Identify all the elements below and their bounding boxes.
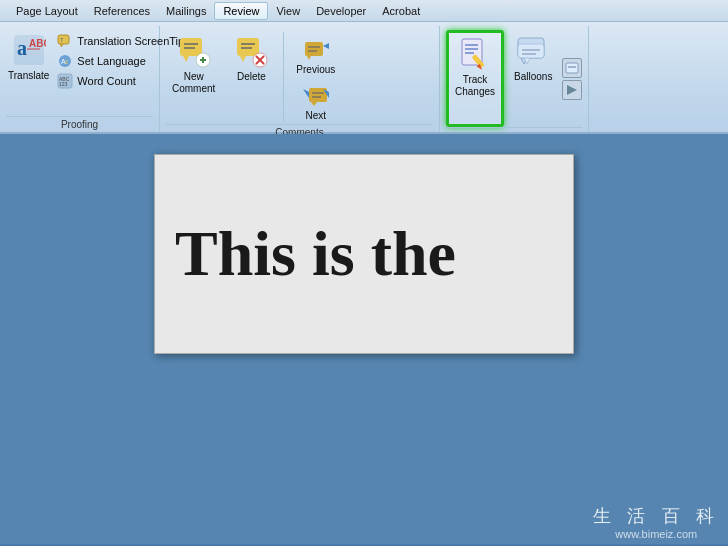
- svg-text:ABC: ABC: [29, 38, 46, 49]
- ribbon: a ABC Translate T: [0, 22, 728, 134]
- new-comment-icon: [176, 33, 212, 69]
- translation-screentip-icon: T: [57, 33, 73, 49]
- svg-text:a: a: [17, 37, 27, 59]
- document-area: This is the 生 活 百 科 www.bimeiz.com: [0, 134, 728, 544]
- svg-rect-46: [518, 44, 544, 58]
- balloons-label: Balloons: [514, 71, 552, 83]
- previous-icon: [303, 36, 329, 62]
- track-changes-icon: [457, 36, 493, 72]
- next-button[interactable]: Next: [292, 80, 339, 124]
- svg-marker-21: [240, 56, 246, 62]
- translate-label: Translate: [8, 70, 49, 81]
- menu-review[interactable]: Review: [214, 2, 268, 20]
- svg-marker-37: [303, 89, 309, 98]
- svg-marker-14: [183, 56, 189, 62]
- extra-icon-1[interactable]: [562, 58, 582, 78]
- menu-mailings[interactable]: Mailings: [158, 3, 214, 19]
- set-language-label: Set Language: [77, 55, 146, 67]
- svg-rect-50: [566, 63, 578, 73]
- tracking-group: TrackChanges Balloons: [440, 26, 589, 132]
- menu-page-layout[interactable]: Page Layout: [8, 3, 86, 19]
- svg-marker-31: [323, 43, 329, 49]
- svg-text:Z: Z: [65, 59, 68, 65]
- comments-divider: [283, 32, 284, 122]
- svg-rect-20: [237, 38, 259, 56]
- delete-comment-icon: [233, 33, 269, 69]
- new-comment-label: NewComment: [172, 71, 215, 95]
- comments-content: NewComment Delete: [166, 30, 433, 124]
- watermark: 生 活 百 科 www.bimeiz.com: [593, 504, 721, 540]
- balloons-icon: [515, 33, 551, 69]
- track-changes-label: TrackChanges: [455, 74, 495, 98]
- menu-view[interactable]: View: [268, 3, 308, 19]
- translate-button[interactable]: a ABC Translate: [6, 30, 51, 83]
- previous-button[interactable]: Previous: [292, 34, 339, 78]
- delete-comment-label: Delete: [237, 71, 266, 83]
- watermark-chinese: 生 活 百 科: [593, 504, 721, 528]
- proofing-group: a ABC Translate T: [0, 26, 160, 132]
- prev-next-group: Previous Next: [292, 30, 339, 124]
- translate-icon: a ABC: [11, 32, 47, 68]
- proofing-content: a ABC Translate T: [6, 30, 153, 116]
- document-text: This is the: [175, 217, 456, 291]
- balloons-button[interactable]: Balloons: [508, 30, 558, 127]
- track-changes-button[interactable]: TrackChanges: [446, 30, 504, 127]
- document-page: This is the: [154, 154, 574, 354]
- svg-rect-27: [305, 42, 323, 56]
- next-label: Next: [306, 110, 327, 122]
- word-count-label: Word Count: [77, 75, 136, 87]
- new-comment-button[interactable]: NewComment: [166, 30, 221, 98]
- proofing-group-label: Proofing: [6, 116, 153, 132]
- extra-icons: [562, 30, 582, 127]
- svg-text:T: T: [60, 37, 64, 43]
- comments-group: NewComment Delete: [160, 26, 440, 132]
- watermark-url: www.bimeiz.com: [615, 528, 697, 540]
- tracking-group-label: [446, 127, 582, 132]
- svg-marker-52: [567, 85, 577, 95]
- svg-marker-5: [60, 44, 63, 47]
- delete-comment-button[interactable]: Delete: [227, 30, 275, 86]
- tracking-content: TrackChanges Balloons: [446, 30, 582, 127]
- menu-bar: Page Layout References Mailings Review V…: [0, 0, 728, 22]
- menu-acrobat[interactable]: Acrobat: [374, 3, 428, 19]
- set-language-icon: A Z: [57, 53, 73, 69]
- svg-marker-33: [311, 102, 317, 106]
- extra-icon-2[interactable]: [562, 80, 582, 100]
- next-icon: [303, 82, 329, 108]
- menu-references[interactable]: References: [86, 3, 158, 19]
- previous-label: Previous: [296, 64, 335, 76]
- menu-developer[interactable]: Developer: [308, 3, 374, 19]
- word-count-icon: ABC 123: [57, 73, 73, 89]
- svg-text:123: 123: [59, 81, 68, 87]
- svg-rect-13: [180, 38, 202, 56]
- svg-marker-28: [307, 56, 311, 60]
